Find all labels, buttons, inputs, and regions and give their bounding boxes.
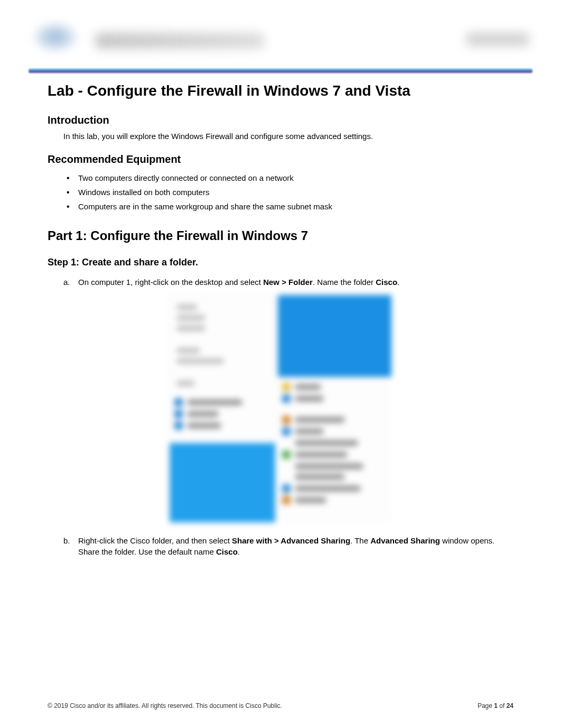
text-fragment: .: [397, 278, 399, 287]
equipment-list-item: Two computers directly connected or conn…: [78, 171, 513, 185]
equipment-list: Two computers directly connected or conn…: [48, 171, 513, 214]
step-letter: a.: [63, 277, 78, 288]
text-fragment: . Name the folder: [313, 278, 376, 287]
cisco-logo-icon: [32, 21, 79, 53]
copyright-text: © 2019 Cisco and/or its affiliates. All …: [48, 702, 282, 709]
bold-text: Advanced Sharing: [370, 536, 440, 545]
text-fragment: . The: [350, 536, 370, 545]
page-total: 24: [507, 702, 513, 709]
step-text: Right-click the Cisco folder, and then s…: [78, 535, 513, 557]
document-page: Lab - Configure the Firewall in Windows …: [0, 0, 561, 728]
document-content: Lab - Configure the Firewall in Windows …: [32, 82, 529, 557]
step-letter: b.: [63, 535, 78, 557]
text-fragment: Right-click the Cisco folder, and then s…: [78, 536, 232, 545]
bold-text: Cisco: [216, 547, 238, 556]
page-number: 1: [494, 702, 498, 709]
text-fragment: .: [238, 547, 240, 556]
context-menu-screenshot: [170, 295, 391, 522]
text-fragment: On computer 1, right-click on the deskto…: [78, 278, 263, 287]
part1-heading: Part 1: Configure the Firewall in Window…: [48, 228, 513, 243]
step-text: On computer 1, right-click on the deskto…: [78, 277, 513, 288]
text-fragment: Page: [478, 702, 494, 709]
step-item-a: a. On computer 1, right-click on the des…: [48, 277, 513, 288]
bold-text: Cisco: [376, 278, 397, 287]
lab-title: Lab - Configure the Firewall in Windows …: [48, 82, 513, 99]
academy-text-blur: [95, 33, 264, 49]
document-footer: © 2019 Cisco and/or its affiliates. All …: [48, 702, 513, 709]
equipment-list-item: Computers are in the same workgroup and …: [78, 199, 513, 214]
page-indicator: Page 1 of 24: [478, 702, 513, 709]
tagline-text-blur: [466, 33, 529, 46]
step1-heading: Step 1: Create and share a folder.: [48, 257, 513, 268]
bold-text: Share with > Advanced Sharing: [232, 536, 350, 545]
document-header: [32, 21, 529, 63]
introduction-heading: Introduction: [48, 114, 513, 126]
text-fragment: of: [498, 702, 507, 709]
header-divider: [29, 69, 532, 73]
introduction-text: In this lab, you will explore the Window…: [48, 132, 513, 141]
equipment-heading: Recommended Equipment: [48, 153, 513, 165]
step-item-b: b. Right-click the Cisco folder, and the…: [48, 535, 513, 557]
bold-text: New > Folder: [263, 278, 313, 287]
equipment-list-item: Windows installed on both computers: [78, 185, 513, 199]
